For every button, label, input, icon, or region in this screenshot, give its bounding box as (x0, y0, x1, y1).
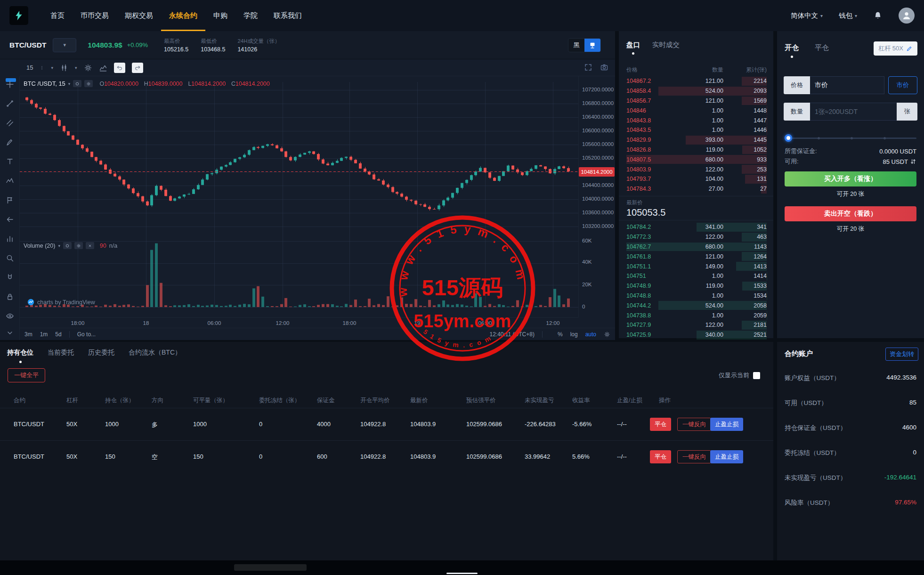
quantity-input[interactable] (810, 108, 897, 115)
ask-row[interactable]: 104858.4524.002093 (626, 86, 767, 96)
user-avatar[interactable] (899, 8, 915, 24)
slider-stop[interactable] (851, 137, 853, 139)
volume-visibility-icon[interactable] (63, 242, 72, 249)
trade-tab-1[interactable]: 平仓 (815, 43, 829, 58)
reverse-button[interactable]: 一键反向 (677, 450, 711, 463)
visibility-icon[interactable] (73, 80, 81, 87)
tradingview-credit[interactable]: charts by TradingView (27, 299, 95, 306)
volume-chevron-icon[interactable]: ▾ (58, 243, 60, 248)
bid-row[interactable]: 1047511.001414 (626, 271, 767, 281)
nav-item-6[interactable]: 联系我们 (266, 0, 310, 31)
transfer-funds-link[interactable]: 资金划转 (885, 348, 918, 361)
bid-row[interactable]: 104751.1149.001413 (626, 261, 767, 271)
close-position-button[interactable]: 平仓 (650, 418, 671, 431)
ask-row[interactable]: 104807.5680.00933 (626, 154, 767, 164)
bid-row[interactable]: 104738.81.002059 (626, 310, 767, 320)
range-3m-button[interactable]: 3m (24, 331, 32, 338)
price-axis[interactable]: 107200.0000106800.0000106400.0000106000.… (578, 76, 615, 317)
legend-symbol[interactable]: BTC /USDT, 15 (24, 80, 65, 87)
candlestick-canvas[interactable] (20, 76, 578, 317)
chevron-down-icon[interactable] (6, 329, 14, 337)
notifications-bell-icon[interactable] (873, 11, 883, 20)
chart-style-icon[interactable] (60, 64, 68, 72)
clock-label[interactable]: 12:40:11 (UTC+8) (489, 331, 535, 338)
only-current-checkbox[interactable] (753, 372, 760, 379)
positions-tab-2[interactable]: 历史委托 (88, 348, 114, 363)
nav-item-0[interactable]: 首页 (42, 0, 73, 31)
interval-chevron-icon[interactable]: ▾ (51, 65, 53, 70)
redo-button[interactable] (132, 63, 143, 73)
trade-tab-0[interactable]: 开仓 (785, 43, 799, 58)
volume-close-icon[interactable] (86, 242, 94, 249)
lock-icon[interactable] (6, 292, 14, 301)
bid-row[interactable]: 104784.2341.00341 (626, 222, 767, 232)
positions-tab-0[interactable]: 持有仓位 (7, 348, 33, 363)
sell-short-button[interactable]: 卖出开空（看跌） (785, 206, 916, 221)
log-scale-button[interactable]: log (570, 331, 578, 338)
camera-snapshot-icon[interactable] (600, 63, 608, 72)
percent-scale-button[interactable]: % (558, 331, 563, 338)
interval-button[interactable]: 15 (26, 64, 33, 71)
ask-row[interactable]: 104793.7104.00131 (626, 174, 767, 184)
arrow-left-icon[interactable] (6, 215, 14, 224)
ask-row[interactable]: 104843.81.001447 (626, 115, 767, 125)
theme-dark-button[interactable]: 黑 (568, 39, 584, 52)
ask-row[interactable]: 104784.327.0027 (626, 184, 767, 194)
tp-sl-button[interactable]: 止盈止损 (710, 418, 743, 431)
crosshair-icon[interactable] (6, 80, 14, 89)
orderbook-tab-0[interactable]: 盘口 (626, 40, 640, 55)
range-5d-button[interactable]: 5d (55, 331, 61, 338)
positions-tab-3[interactable]: 合约流水（BTC） (129, 348, 181, 363)
axis-settings-gear-icon[interactable] (604, 331, 610, 338)
indicators-icon[interactable] (99, 64, 107, 72)
goto-button[interactable]: Go to... (77, 331, 96, 338)
transfer-arrows-icon[interactable] (910, 158, 916, 165)
ask-row[interactable]: 104843.51.001446 (626, 125, 767, 135)
bid-row[interactable]: 104748.81.001534 (626, 291, 767, 301)
forecast-icon[interactable] (6, 196, 14, 204)
buy-long-button[interactable]: 买入开多（看涨） (785, 171, 916, 186)
ask-row[interactable]: 1048461.001448 (626, 105, 767, 115)
undo-button[interactable] (114, 63, 125, 73)
slider-thumb[interactable] (785, 134, 792, 142)
eye-icon[interactable] (6, 312, 14, 320)
bid-row[interactable]: 104727.9122.002181 (626, 320, 767, 330)
pattern-icon[interactable] (6, 177, 14, 185)
theme-light-button[interactable] (584, 39, 600, 52)
style-chevron-icon[interactable]: ▾ (75, 65, 77, 70)
nav-item-3[interactable]: 永续合约 (161, 0, 205, 31)
zoom-icon[interactable] (6, 254, 14, 262)
range-1m-button[interactable]: 1m (40, 331, 48, 338)
price-input[interactable] (810, 81, 884, 89)
reverse-button[interactable]: 一键反向 (677, 418, 711, 431)
nav-item-1[interactable]: 币币交易 (73, 0, 117, 31)
positions-tab-1[interactable]: 当前委托 (48, 348, 74, 363)
bid-row[interactable]: 104761.8121.001264 (626, 251, 767, 261)
nav-item-5[interactable]: 学院 (235, 0, 266, 31)
wallet-menu[interactable]: 钱包▾ (839, 11, 857, 20)
leverage-chip[interactable]: 杠杆 50X (874, 41, 917, 56)
bid-row[interactable]: 104772.3122.00463 (626, 232, 767, 242)
ask-row[interactable]: 104803.9122.00253 (626, 164, 767, 174)
channels-icon[interactable] (6, 119, 14, 127)
chart-settings-gear-icon[interactable] (84, 64, 92, 72)
volume-label[interactable]: Volume (20) (24, 243, 55, 249)
time-axis[interactable]: 18:001806:0012:0018:001906:0012:00 (20, 317, 578, 328)
tp-sl-button[interactable]: 止盈止损 (710, 450, 743, 463)
bid-row[interactable]: 104725.9340.002521 (626, 330, 767, 340)
ask-row[interactable]: 104856.7121.001569 (626, 96, 767, 106)
auto-scale-button[interactable]: auto (585, 331, 596, 338)
market-price-button[interactable]: 市价 (888, 76, 917, 94)
language-selector[interactable]: 简体中文▾ (791, 11, 823, 20)
bid-row[interactable]: 104748.9119.001533 (626, 281, 767, 291)
nav-item-4[interactable]: 申购 (205, 0, 235, 31)
magnet-icon[interactable] (6, 273, 14, 282)
nav-item-2[interactable]: 期权交易 (117, 0, 161, 31)
trend-line-icon[interactable] (6, 99, 14, 108)
menu-dots-icon[interactable] (40, 64, 44, 72)
brush-icon[interactable] (6, 138, 14, 146)
slider-stop[interactable] (818, 137, 820, 139)
ask-row[interactable]: 104867.2121.002214 (626, 76, 767, 86)
ask-row[interactable]: 104829.9393.001445 (626, 135, 767, 145)
bars-icon[interactable] (6, 235, 14, 243)
